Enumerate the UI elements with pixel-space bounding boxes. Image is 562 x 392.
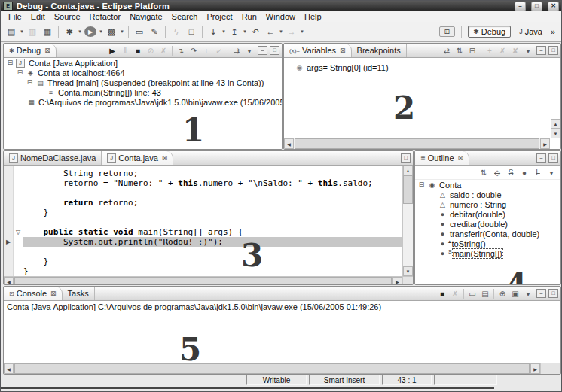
restore-button[interactable]: □ [531,2,542,11]
variables-horizontal-scrollbar[interactable]: ◀ ▶ [284,138,550,149]
back-button[interactable]: ← [263,25,278,38]
hide-local-types-button[interactable]: L [532,167,544,178]
tab-variables[interactable]: (x)= Variables ⊠ [284,44,352,57]
scroll-left-button[interactable]: ◀ [284,138,294,149]
tree-row[interactable]: ● ▴ toString() [415,239,560,248]
tree-row[interactable]: ▦ C:\Arquivos de programas\Java\jdk1.5.0… [4,97,282,107]
external-tools-caret-icon[interactable]: ▾ [119,29,125,35]
tree-row[interactable]: ≡ Conta.main(String[]) line: 43 [4,87,282,97]
scroll-down-button[interactable]: ▼ [403,266,413,276]
perspective-debug-button[interactable]: ✱ Debug [468,26,511,38]
menu-project[interactable]: Project [202,12,237,21]
menu-edit[interactable]: Edit [26,12,50,21]
hide-static-members-button[interactable]: S [505,167,517,178]
show-type-names-button[interactable]: ⇄ [441,45,453,56]
tree-row[interactable]: ● S main(String[]) [415,248,560,258]
tree-row[interactable]: △ saldo : double [415,190,560,199]
menu-file[interactable]: File [4,12,26,21]
terminate-button[interactable]: ■ [132,45,144,56]
sort-button[interactable]: ⇅ [478,167,490,178]
console-output[interactable]: Conta [Java Application] C:\Arquivos de … [4,301,560,363]
collapse-all-button[interactable]: ⊟ [466,45,478,56]
next-annotation-caret-icon[interactable]: ▾ [221,29,227,35]
scroll-left-button[interactable]: ◀ [4,363,14,374]
tab-console[interactable]: ⊡ Console ⊠ [4,287,63,300]
collapse-icon[interactable]: ⊟ [17,69,23,76]
open-type-button[interactable]: ▭ [132,25,147,38]
step-into-button[interactable]: ↴ [175,45,187,56]
collapse-icon[interactable]: ⊟ [26,79,33,86]
show-logical-structures-button[interactable]: ⇅ [454,45,466,56]
forward-button[interactable]: → [284,25,299,38]
editor-vertical-scrollbar[interactable]: ▲ ▼ [402,166,413,276]
scrollbar-thumb[interactable] [14,363,530,374]
new-wizard-button[interactable]: ▤ [4,25,19,38]
collapse-icon[interactable]: ⊟ [7,59,14,66]
step-over-button[interactable]: ↷ [188,45,200,56]
open-perspective-button[interactable]: ⊞ [439,26,456,37]
editor-horizontal-scrollbar[interactable]: ◀ ▶ [4,276,402,285]
close-icon[interactable]: ⊠ [44,47,50,54]
maximize-view-button[interactable]: □ [548,46,558,55]
hide-fields-button[interactable]: ◇ [491,167,503,178]
step-return-button[interactable]: ↑ [200,45,212,56]
collapse-icon[interactable]: ⊟ [418,181,425,188]
menu-refactor[interactable]: Refactor [85,12,126,21]
folding-ruler[interactable]: ▽ [14,166,23,276]
add-variable-button[interactable]: + [484,45,496,56]
tree-row[interactable]: ⊟ ◉ Conta [415,180,560,190]
variable-row[interactable]: ◉ args= String[0] (id=11) [284,58,560,72]
maximize-view-button[interactable]: □ [270,46,279,55]
close-button[interactable]: ✕ [548,2,559,11]
menu-source[interactable]: Source [50,12,85,21]
scroll-right-button[interactable]: ▶ [530,363,540,374]
scroll-lock-button[interactable]: ▤ [479,288,491,299]
tree-row[interactable]: ⊟ ◈ Conta at localhost:4664 [4,68,282,77]
scrollbar-track[interactable] [403,204,413,266]
scrollbar-thumb[interactable] [403,175,413,204]
minimize-button[interactable]: – [515,2,526,11]
tab-tasks[interactable]: Tasks [63,287,95,300]
maximize-editor-button[interactable]: □ [401,153,411,163]
new-wizard-caret-icon[interactable]: ▾ [19,29,25,35]
close-icon[interactable]: ⊠ [340,47,346,54]
tab-breakpoints[interactable]: Breakpoints [352,44,407,57]
minimize-view-button[interactable]: – [536,289,546,298]
remove-button[interactable]: ✗ [496,45,509,56]
tab-nomedaclasse-java[interactable]: J NomeDaClasse.java [4,151,102,165]
tab-outline[interactable]: ≣ Outline ⊠ [415,151,469,165]
step-filters-button[interactable]: ⇉ [231,45,243,56]
open-console-caret[interactable]: ▾ [522,288,534,299]
remove-all-button[interactable]: ✘ [509,45,521,56]
tree-row[interactable]: ● debitar(double) [415,209,560,219]
forward-caret-icon[interactable]: ▾ [299,29,305,35]
perspective-java-button[interactable]: J Java [514,26,548,38]
disconnect-button[interactable]: ⊘ [145,45,157,56]
minimize-view-button[interactable]: – [258,46,267,55]
menu-window[interactable]: Window [261,12,300,21]
scroll-up-button[interactable]: ▲ [551,119,560,129]
view-menu-button[interactable]: ▾ [522,45,534,56]
java-console-button[interactable]: □ [184,25,199,38]
save-button[interactable]: ▥ [25,25,40,38]
maximize-view-button[interactable]: □ [548,153,558,163]
variables-vertical-scrollbar[interactable]: ▲ ▼ [551,119,560,138]
java-snippet-button[interactable]: ϟ [169,25,184,38]
tree-row[interactable]: ⊟ ▤ Thread [main] (Suspended (breakpoint… [4,77,282,87]
menu-help[interactable]: Help [300,12,326,21]
debug-button[interactable]: ✱ [62,25,77,38]
tab-conta-java[interactable]: J Conta.java ⊠ [102,151,173,165]
close-icon[interactable]: ⊠ [50,290,57,297]
minimize-view-button[interactable]: – [536,153,546,163]
menu-navigate[interactable]: Navigate [125,12,166,21]
external-tools-button[interactable]: ▩ [104,25,119,38]
resume-button[interactable]: ▶ [106,45,118,56]
suspend-button[interactable]: ‖ [119,45,131,56]
remove-terminated-button[interactable]: ✗ [157,45,170,56]
scroll-right-button[interactable]: ▶ [540,138,550,149]
scroll-right-button[interactable]: ▶ [392,277,402,285]
drop-to-frame-button[interactable]: ↙ [213,45,225,56]
minimize-view-button[interactable]: – [536,46,546,55]
terminate-button[interactable]: ■ [436,288,448,299]
tree-row[interactable]: ● transferir(Conta, double) [415,229,560,239]
